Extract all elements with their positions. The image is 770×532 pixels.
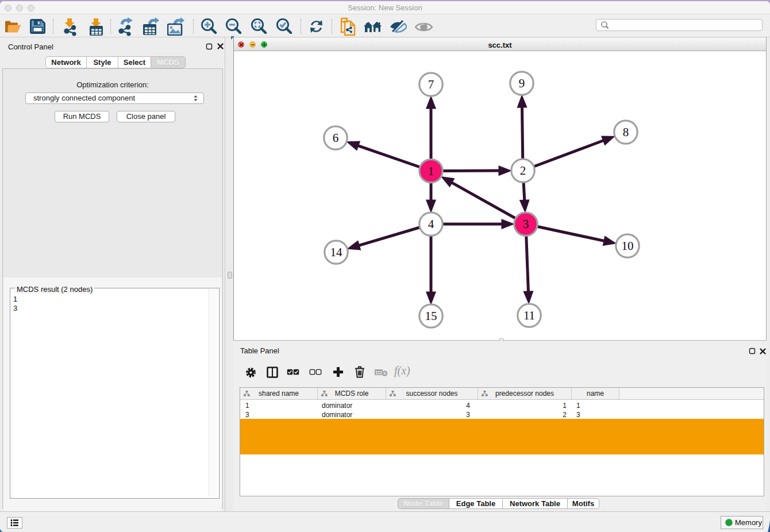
svg-text:8: 8 bbox=[623, 125, 629, 139]
svg-text:2: 2 bbox=[520, 164, 526, 178]
svg-text:14: 14 bbox=[330, 245, 343, 259]
svg-text:6: 6 bbox=[333, 131, 339, 145]
svg-text:7: 7 bbox=[428, 78, 434, 91]
svg-text:9: 9 bbox=[519, 76, 525, 90]
svg-text:4: 4 bbox=[428, 217, 434, 231]
svg-text:10: 10 bbox=[622, 239, 634, 253]
svg-text:15: 15 bbox=[425, 309, 437, 323]
svg-text:11: 11 bbox=[523, 309, 535, 322]
svg-text:3: 3 bbox=[523, 217, 529, 231]
svg-text:1: 1 bbox=[428, 164, 434, 178]
